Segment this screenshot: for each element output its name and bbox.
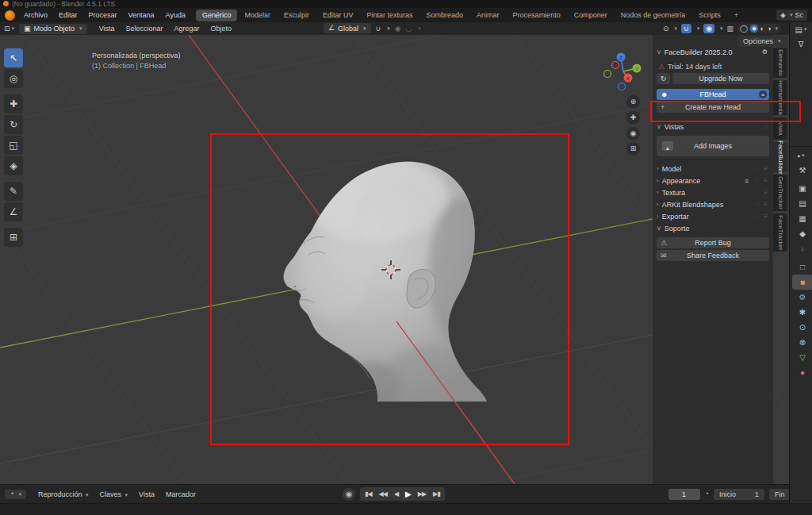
workspace-tab-editar-uv[interactable]: Editar UV [316,10,360,21]
play-button[interactable]: ▶ [402,488,414,500]
props-tab-data[interactable]: ▽ [792,350,812,365]
delete-head-button[interactable]: × [759,90,767,98]
workspace-tab-nodos-geometria[interactable]: Nodos de geometría [615,10,692,21]
section-exportar[interactable]: › Exportar ◌ ≡ [657,210,769,222]
menu-agregar[interactable]: Agregar [169,23,205,34]
section-soporte[interactable]: ∨ Soporte [657,222,769,234]
workspace-tab-generico[interactable]: Genérico [196,10,238,21]
next-keyframe-button[interactable]: ▶▶ [415,489,429,499]
tool-rotate[interactable]: ↻ [4,115,23,134]
gizmo-z-neg[interactable] [619,83,626,90]
current-frame-field[interactable]: 1 [668,489,700,500]
tool-scale[interactable]: ◱ [4,136,23,155]
outliner-editor-icon[interactable]: ▤▾ [790,22,812,37]
gear-icon[interactable]: ⚙ [762,48,769,56]
section-vistas[interactable]: ∨ Vistas ◌ [657,121,769,133]
properties-editor-icon[interactable]: ▪▾ [790,148,812,163]
pan-button[interactable]: ✚ [626,111,640,125]
refresh-icon[interactable]: ↻ [657,73,670,84]
tab-elemento[interactable]: Elemento [773,48,787,78]
menu-marcador[interactable]: Marcador [160,489,201,500]
props-tab-viewlayer[interactable]: ▦ [792,211,812,226]
props-tab-modifiers[interactable]: ⚙ [792,290,812,305]
falloff-icon[interactable]: ◡ [406,25,412,33]
workspace-tab-procesamiento[interactable]: Procesamiento [507,10,567,21]
frame-start-field[interactable]: Inicio 1 [714,489,764,500]
head-list-item[interactable]: ☻ FBHead × [657,89,769,100]
snap-toggle-icon[interactable]: ∪ [681,24,691,33]
jump-to-end-button[interactable]: ▶▮ [430,489,443,499]
workspace-tab-componer[interactable]: Componer [568,10,614,21]
section-arkit[interactable]: › ARKit Blendshapes ◌ ≡ [657,198,769,210]
mode-selector[interactable]: ▣ Modo Objeto ▾ [19,24,87,34]
report-bug-button[interactable]: ⚠ Report Bug [657,237,769,248]
navigation-gizmo[interactable]: Z Y X [599,48,647,94]
zoom-button[interactable]: ⊕ [626,95,640,109]
menu-vista-timeline[interactable]: Vista [133,489,160,500]
props-tab-material[interactable]: ● [792,365,812,380]
jump-to-start-button[interactable]: ▮◀ [362,489,375,499]
tab-geotracker[interactable]: GeoTracker [773,175,787,211]
prev-keyframe-button[interactable]: ◀◀ [376,489,390,499]
props-tab-scene[interactable]: ◆ [792,226,812,241]
section-textura[interactable]: › Textura ◌ ≡ [657,186,769,198]
tab-facetracker[interactable]: FaceTracker [773,213,787,252]
menu-objeto[interactable]: Objeto [205,23,238,34]
menu-seleccionar[interactable]: Seleccionar [120,23,168,34]
create-new-head-button[interactable]: + Create new Head [657,102,769,113]
overlays-icon[interactable]: ▥ [727,25,734,33]
workspace-tab-scripts[interactable]: Scripts [692,10,727,21]
add-workspace-button[interactable]: + [728,10,745,21]
workspace-tab-animar[interactable]: Animar [470,10,506,21]
section-appearance[interactable]: › Appearance ≡ ◌ ≡ [657,175,769,186]
shading-rendered-icon[interactable]: ◑ [767,25,771,33]
play-reverse-button[interactable]: ◀ [391,489,401,499]
workspace-tab-sombreado[interactable]: Sombreado [420,10,470,21]
props-tab-render[interactable]: ▣ [792,181,812,196]
section-model[interactable]: › Model ◌ ≡ [657,163,769,175]
tool-select-box[interactable]: ↖ [4,48,23,67]
menu-ayuda[interactable]: Ayuda [160,10,191,21]
props-tab-physics[interactable]: ⊙ [792,320,812,335]
shading-wireframe-icon[interactable]: ◯ [740,25,748,33]
tab-vista[interactable]: Vista [773,117,787,140]
blender-logo-icon[interactable] [5,10,15,21]
tool-move[interactable]: ✚ [4,94,23,113]
shading-solid-icon[interactable]: ● [750,25,757,33]
upgrade-button[interactable]: Upgrade Now [672,73,769,84]
ortho-toggle-button[interactable]: ⊞ [626,142,640,156]
add-images-button[interactable]: ▲ Add Images [657,136,769,156]
editor-type-3d-icon[interactable]: ⊡ [4,25,10,33]
menu-ventana[interactable]: Ventana [123,10,160,21]
menu-vista[interactable]: Vista [94,23,121,34]
menu-archivo[interactable]: Archivo [18,10,53,21]
workspace-tab-esculpir[interactable]: Esculpir [278,10,316,21]
tool-cursor[interactable]: ◎ [4,69,23,88]
gizmos-toggle-icon[interactable]: ◉ [703,24,714,33]
props-tab-particles[interactable]: ✱ [792,305,812,320]
proportional-editing-icon[interactable]: ◉ [395,25,401,33]
menu-claves[interactable]: Claves ▾ [94,489,134,500]
share-feedback-button[interactable]: ✉ Share Feedback [657,250,769,261]
gizmo-x-neg[interactable] [612,62,619,69]
gizmo-y-neg[interactable] [604,71,611,78]
camera-view-button[interactable]: ◉ [626,127,640,140]
timeline-editor-selector[interactable]: ◔ ▾ [5,490,26,499]
tab-herramienta[interactable]: Herramienta [773,80,787,115]
options-dropdown[interactable]: Opciones ▾ [737,36,787,47]
scene-selector[interactable]: ◈ ▾ Sc [776,10,807,21]
workspace-tab-pintar-texturas[interactable]: Pintar texturas [361,10,419,21]
tab-facebuilder[interactable]: FaceBuilder [773,142,787,172]
transform-orientation-selector[interactable]: ∠ Global ▾ [324,23,371,33]
props-tab-world[interactable]: ♁ [792,241,812,256]
auto-keyframe-button[interactable]: ◉ [343,488,355,501]
props-tab-output[interactable]: ▤ [792,196,812,211]
tool-measure[interactable]: ∠ [4,202,23,221]
shading-material-icon[interactable]: ◐ [760,25,764,33]
snap-icon[interactable]: ∪ [376,25,381,33]
tool-add-cube[interactable]: ⊞ [4,228,23,247]
workspace-tab-modelar[interactable]: Modelar [238,10,277,21]
props-tab-tool[interactable]: ⚒ [792,163,812,178]
menu-reproduccion[interactable]: Reproducción ▾ [33,489,94,500]
props-tab-collection[interactable]: □ [792,259,812,275]
